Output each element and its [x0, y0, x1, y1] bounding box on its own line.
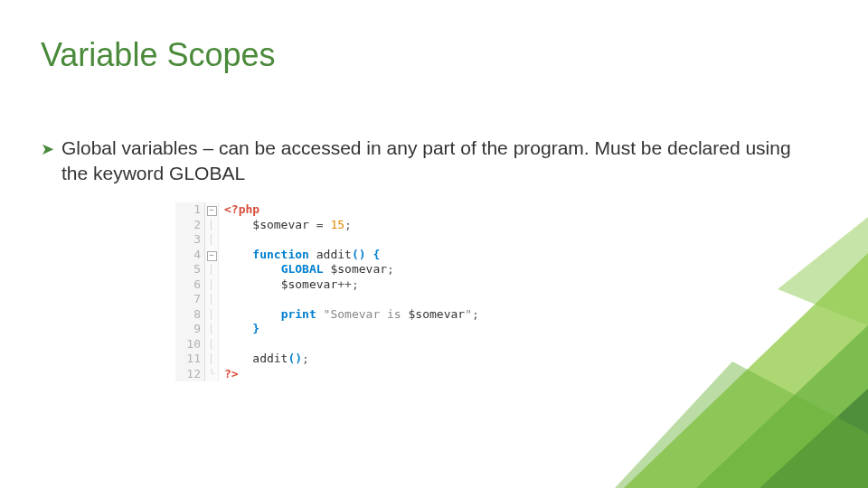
fold-minus-icon: − [207, 251, 217, 261]
code-text: print "Somevar is $somevar"; [219, 307, 479, 323]
bullet-text: Global variables – can be accessed in an… [61, 136, 791, 187]
code-line: 5│ GLOBAL $somevar; [175, 262, 537, 277]
code-line: 9│ } [175, 322, 537, 337]
code-text: addit(); [219, 352, 309, 367]
line-number: 6 [175, 277, 205, 293]
code-text: GLOBAL $somevar; [219, 262, 394, 277]
code-line: 8│ print "Somevar is $somevar"; [175, 307, 537, 323]
fold-gutter: │ [205, 337, 219, 352]
fold-gutter: │ [205, 307, 219, 323]
code-line: 2│ $somevar = 15; [175, 218, 537, 233]
code-text: <?php [219, 202, 259, 218]
fold-gutter: │ [205, 277, 219, 293]
code-line: 11│ addit(); [175, 352, 537, 367]
fold-minus-icon: − [207, 206, 217, 216]
fold-gutter: − [205, 202, 219, 218]
line-number: 2 [175, 218, 205, 233]
fold-gutter: │ [205, 218, 219, 233]
code-line: 3│ [175, 232, 537, 248]
code-text [219, 337, 224, 352]
code-text: ?> [219, 367, 239, 382]
code-text: } [219, 322, 259, 337]
line-number: 7 [175, 292, 205, 307]
line-number: 1 [175, 202, 205, 218]
code-line: 7│ [175, 292, 537, 307]
line-number: 12 [175, 367, 205, 382]
code-line: 4− function addit() { [175, 248, 537, 263]
svg-marker-2 [760, 389, 868, 488]
fold-gutter: │ [205, 322, 219, 337]
line-number: 4 [175, 248, 205, 263]
fold-gutter: │ [205, 352, 219, 367]
fold-gutter: └ [205, 367, 219, 382]
svg-marker-4 [778, 217, 868, 325]
fold-gutter: │ [205, 262, 219, 277]
code-line: 12└?> [175, 367, 537, 382]
line-number: 10 [175, 337, 205, 352]
svg-marker-3 [615, 361, 868, 488]
line-number: 8 [175, 307, 205, 323]
svg-marker-0 [624, 253, 868, 488]
bullet-arrow-icon: ➤ [41, 138, 54, 160]
code-screenshot: 1−<?php2│ $somevar = 15;3│4− function ad… [175, 202, 537, 381]
svg-marker-1 [696, 325, 868, 488]
line-number: 9 [175, 322, 205, 337]
corner-decoration [506, 217, 868, 488]
code-line: 6│ $somevar++; [175, 277, 537, 293]
slide-title: Variable Scopes [41, 36, 276, 74]
bullet-item: ➤ Global variables – can be accessed in … [41, 136, 791, 187]
fold-gutter: │ [205, 292, 219, 307]
code-text [219, 232, 224, 248]
line-number: 5 [175, 262, 205, 277]
code-text [219, 292, 224, 307]
code-line: 1−<?php [175, 202, 537, 218]
line-number: 11 [175, 352, 205, 367]
code-text: $somevar = 15; [219, 218, 352, 233]
slide: Variable Scopes ➤ Global variables – can… [0, 0, 868, 488]
fold-gutter: − [205, 248, 219, 263]
line-number: 3 [175, 232, 205, 248]
code-line: 10│ [175, 337, 537, 352]
code-text: function addit() { [219, 248, 380, 263]
code-text: $somevar++; [219, 277, 359, 293]
fold-gutter: │ [205, 232, 219, 248]
